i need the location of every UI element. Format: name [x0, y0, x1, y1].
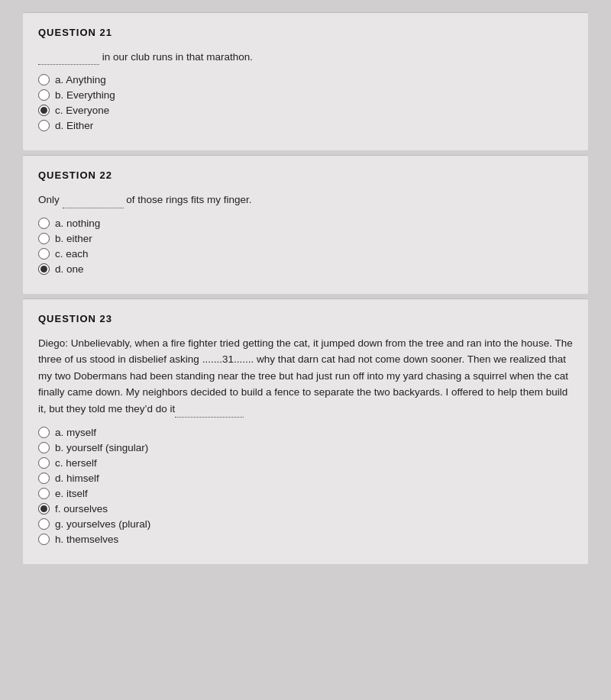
q22-label-b: b. either	[55, 233, 92, 244]
q23-option-e[interactable]: e. itself	[38, 488, 88, 499]
list-item: b. either	[38, 233, 573, 244]
q23-option-f[interactable]: f. ourselves	[38, 503, 108, 515]
question-21-options: a. Anything b. Everything c. Everyone d.	[38, 74, 573, 131]
q21-label-b: b. Everything	[55, 89, 115, 101]
q22-label-d: d. one	[55, 263, 84, 275]
radio-q21b[interactable]	[38, 89, 50, 101]
radio-q21a[interactable]	[38, 74, 50, 85]
q21-option-b[interactable]: b. Everything	[38, 89, 115, 101]
q23-option-d[interactable]: d. himself	[38, 473, 99, 484]
radio-q22b[interactable]	[38, 233, 50, 244]
question-23-block: QUESTION 23 Diego: Unbelievably, when a …	[23, 298, 588, 565]
q22-label-c: c. each	[55, 248, 89, 260]
q22-option-b[interactable]: b. either	[38, 233, 92, 244]
radio-q22c[interactable]	[38, 248, 50, 260]
q23-label-a: a. myself	[55, 427, 96, 438]
radio-q23c[interactable]	[38, 457, 50, 469]
question-21-number: QUESTION 21	[38, 27, 573, 38]
q21-option-d[interactable]: d. Either	[38, 120, 93, 131]
radio-q23h[interactable]	[38, 534, 50, 545]
q22-option-a[interactable]: a. nothing	[38, 218, 100, 229]
q23-label-g: g. yourselves (plural)	[55, 518, 150, 530]
q22-text-after: of those rings fits my finger.	[124, 194, 252, 205]
q22-option-d[interactable]: d. one	[38, 263, 84, 275]
q22-text-before: Only	[38, 194, 63, 205]
radio-q22a[interactable]	[38, 218, 50, 229]
list-item: c. each	[38, 248, 573, 260]
radio-q22d[interactable]	[38, 263, 50, 275]
q23-label-c: c. herself	[55, 457, 97, 469]
passage-text-content: Diego: Unbelievably, when a fire fighter…	[38, 337, 573, 415]
radio-q23a[interactable]	[38, 427, 50, 438]
q23-option-a[interactable]: a. myself	[38, 427, 96, 438]
question-21-block: QUESTION 21 ............ in our club run…	[23, 12, 588, 150]
list-item: b. Everything	[38, 89, 573, 101]
q23-label-f: f. ourselves	[55, 503, 108, 515]
q23-label-h: h. themselves	[55, 534, 118, 545]
question-23-options: a. myself b. yourself (singular) c. hers…	[38, 427, 573, 545]
radio-q23g[interactable]	[38, 518, 50, 530]
question-22-text: Only ............ of those rings fits my…	[38, 192, 573, 208]
list-item: a. myself	[38, 427, 573, 438]
question-22-block: QUESTION 22 Only ............ of those r…	[23, 155, 588, 293]
list-item: c. herself	[38, 457, 573, 469]
list-item: a. nothing	[38, 218, 573, 229]
q23-label-e: e. itself	[55, 488, 88, 499]
question-22-options: a. nothing b. either c. each d. one	[38, 218, 573, 275]
list-item: c. Everyone	[38, 105, 573, 116]
q22-blank: ............	[63, 192, 124, 208]
list-item: d. himself	[38, 473, 573, 484]
question-23-passage: Diego: Unbelievably, when a fire fighter…	[38, 335, 573, 418]
q23-label-b: b. yourself (singular)	[55, 442, 148, 453]
list-item: d. Either	[38, 120, 573, 131]
q23-option-g[interactable]: g. yourselves (plural)	[38, 518, 150, 530]
q21-blank: ............	[38, 49, 99, 65]
q21-label-d: d. Either	[55, 120, 93, 131]
list-item: f. ourselves	[38, 503, 573, 515]
radio-q21d[interactable]	[38, 120, 50, 131]
q21-label-a: a. Anything	[55, 74, 106, 85]
list-item: d. one	[38, 263, 573, 275]
list-item: a. Anything	[38, 74, 573, 85]
q23-option-b[interactable]: b. yourself (singular)	[38, 442, 148, 453]
list-item: h. themselves	[38, 534, 573, 545]
radio-q23b[interactable]	[38, 442, 50, 453]
q23-blank-end	[175, 401, 244, 418]
radio-q23d[interactable]	[38, 473, 50, 484]
radio-q21c[interactable]	[38, 105, 50, 116]
radio-q23e[interactable]	[38, 488, 50, 499]
q21-label-c: c. Everyone	[55, 105, 109, 116]
q21-option-a[interactable]: a. Anything	[38, 74, 106, 85]
page: QUESTION 21 ............ in our club run…	[0, 0, 611, 700]
question-21-text: ............ in our club runs in that ma…	[38, 49, 573, 65]
list-item: e. itself	[38, 488, 573, 499]
q23-option-c[interactable]: c. herself	[38, 457, 97, 469]
list-item: b. yourself (singular)	[38, 442, 573, 453]
q21-option-c[interactable]: c. Everyone	[38, 105, 109, 116]
question-23-number: QUESTION 23	[38, 313, 573, 324]
q23-label-d: d. himself	[55, 473, 99, 484]
q23-option-h[interactable]: h. themselves	[38, 534, 118, 545]
q22-option-c[interactable]: c. each	[38, 248, 89, 260]
question-22-number: QUESTION 22	[38, 169, 573, 181]
q22-label-a: a. nothing	[55, 218, 100, 229]
list-item: g. yourselves (plural)	[38, 518, 573, 530]
q21-text-after: in our club runs in that marathon.	[102, 51, 253, 63]
radio-q23f[interactable]	[38, 503, 50, 515]
